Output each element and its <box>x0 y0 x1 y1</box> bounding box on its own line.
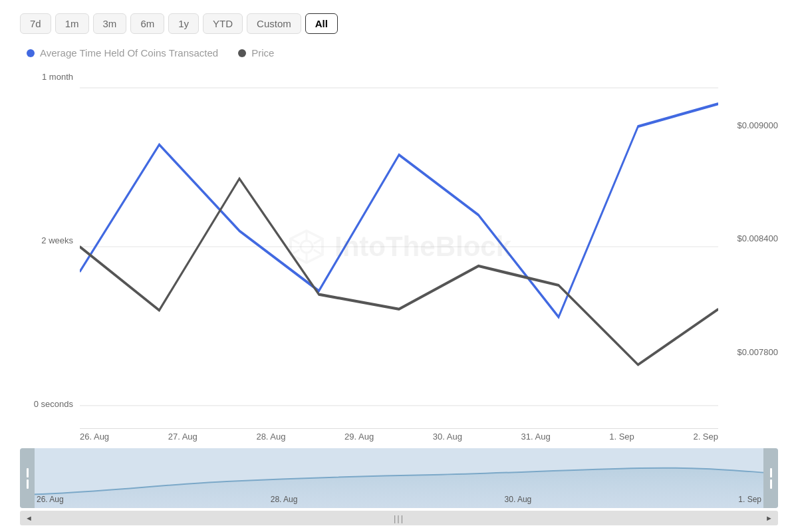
navigator-labels: 26. Aug28. Aug30. Aug1. Sep <box>37 495 761 504</box>
y-axis-left: 1 month 2 weeks 0 seconds <box>20 65 80 429</box>
legend-item-avg-time: Average Time Held Of Coins Transacted <box>27 47 218 59</box>
x-label-7: 2. Sep <box>693 432 718 442</box>
legend-label-price: Price <box>251 47 274 59</box>
x-label-6: 1. Sep <box>609 432 634 442</box>
nav-label-2: 30. Aug <box>505 495 532 504</box>
navigator-handle-left[interactable] <box>20 448 35 508</box>
x-label-1: 27. Aug <box>168 432 198 442</box>
handle-line <box>27 479 29 489</box>
legend-label-avg-time: Average Time Held Of Coins Transacted <box>40 47 218 59</box>
handle-line <box>27 468 29 477</box>
time-btn-1m[interactable]: 1m <box>55 13 89 34</box>
time-btn-3m[interactable]: 3m <box>93 13 127 34</box>
y-label-1month: 1 month <box>20 72 80 82</box>
handle-lines-left <box>27 468 29 489</box>
x-label-0: 26. Aug <box>80 432 109 442</box>
chart-svg <box>80 65 718 428</box>
chart-legend: Average Time Held Of Coins Transacted Pr… <box>20 47 778 59</box>
time-btn-1y[interactable]: 1y <box>168 13 199 34</box>
handle-lines-right <box>770 468 772 489</box>
y-label-right-1: $0.009000 <box>732 120 778 130</box>
y-axis-right: $0.009000 $0.008400 $0.007800 <box>718 65 778 429</box>
scroll-arrow-right[interactable]: ► <box>763 513 775 523</box>
time-range-bar: 7d1m3m6m1yYTDCustomAll <box>20 13 778 34</box>
navigator[interactable]: 26. Aug28. Aug30. Aug1. Sep <box>20 448 778 508</box>
y-label-2weeks: 2 weeks <box>20 235 80 245</box>
time-btn-7d[interactable]: 7d <box>20 13 51 34</box>
navigator-handle-right[interactable] <box>763 448 778 508</box>
handle-line <box>770 468 772 477</box>
nav-label-3: 1. Sep <box>738 495 761 504</box>
x-label-3: 29. Aug <box>344 432 374 442</box>
scroll-thumb[interactable]: ||| <box>394 513 404 523</box>
nav-label-0: 26. Aug <box>37 495 64 504</box>
x-label-4: 30. Aug <box>433 432 462 442</box>
y-label-right-3: $0.007800 <box>732 347 778 357</box>
y-label-right-2: $0.008400 <box>732 233 778 243</box>
x-label-5: 31. Aug <box>521 432 551 442</box>
scrollbar[interactable]: ◄ ||| ► <box>20 511 778 525</box>
main-container: 7d1m3m6m1yYTDCustomAll Average Time Held… <box>0 0 798 532</box>
time-btn-all[interactable]: All <box>305 13 338 34</box>
legend-dot-avg-time <box>27 49 35 57</box>
legend-item-price: Price <box>238 47 274 59</box>
chart-wrapper: 1 month 2 weeks 0 seconds <box>20 65 778 442</box>
chart-inner: IntoTheBlock <box>80 65 718 429</box>
time-btn-custom[interactable]: Custom <box>247 13 301 34</box>
time-btn-ytd[interactable]: YTD <box>203 13 243 34</box>
x-axis: 26. Aug27. Aug28. Aug29. Aug30. Aug31. A… <box>20 432 778 442</box>
nav-label-1: 28. Aug <box>271 495 298 504</box>
scroll-arrow-left[interactable]: ◄ <box>23 513 35 523</box>
handle-line <box>770 479 772 489</box>
x-label-2: 28. Aug <box>256 432 285 442</box>
y-label-0seconds: 0 seconds <box>20 399 80 409</box>
time-btn-6m[interactable]: 6m <box>130 13 164 34</box>
chart-area: 1 month 2 weeks 0 seconds <box>20 65 778 429</box>
legend-dot-price <box>238 49 246 57</box>
